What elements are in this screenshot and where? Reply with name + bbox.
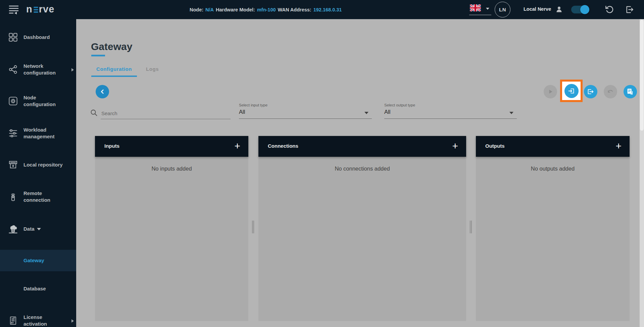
user-name: Local Nerve [524,6,551,12]
user-profile-button[interactable] [555,5,563,15]
session-toggle[interactable] [571,6,589,13]
person-icon [555,5,563,14]
remote-connection-icon [8,192,18,201]
sidebar-item-label: Network configuration [23,63,65,76]
sidebar-item-gateway[interactable]: Gateway [0,250,76,271]
restart-icon [605,5,614,14]
sidebar-item-database[interactable]: Database [0,278,76,299]
panel-connections-header: Connections + [258,136,466,157]
panel-resize-handle[interactable] [252,221,254,233]
language-selector[interactable] [469,3,491,15]
input-type-select[interactable]: Select input type All [239,102,372,119]
search-icon [90,109,98,117]
sidebar-item-local-repository[interactable]: Local repository [0,154,76,176]
panel-connections: Connections + No connections added [258,136,466,321]
sidebar: Dashboard Network configuration N [0,19,76,327]
export-icon [587,88,594,95]
import-icon [568,87,575,95]
sidebar-item-label: Node configuration [23,94,65,108]
undo-button-disabled[interactable] [604,85,617,98]
caret-down-icon [37,228,41,230]
add-input-button[interactable]: + [234,139,240,153]
sidebar-item-label: Workload management [23,127,65,140]
sidebar-item-remote-connection[interactable]: Remote connection [0,186,76,207]
tab-configuration[interactable]: Configuration [96,66,132,72]
output-type-select[interactable]: Select output type All [384,102,517,119]
sidebar-item-node-configuration[interactable]: Node configuration [0,90,76,112]
export-button[interactable] [584,85,597,98]
restart-button[interactable] [605,5,614,15]
page-title: Gateway [91,41,132,52]
approve-deploy-button[interactable] [624,85,637,98]
import-button[interactable] [564,84,579,98]
node-value: N/A [205,7,214,12]
play-icon [547,88,554,95]
chevron-left-icon [99,88,106,95]
sidebar-item-label: Remote connection [23,190,65,203]
app-window: n rve Node: N/A Hardware Model: mfn-100 … [0,0,644,327]
panel-title: Connections [268,143,298,149]
hardware-model-value: mfn-100 [257,7,276,12]
toggle-knob [580,5,589,14]
sidebar-item-label: Dashboard [23,34,65,41]
dashboard-icon [8,33,18,42]
sidebar-item-label: Local repository [23,161,65,168]
search-field [89,107,230,119]
back-button[interactable] [96,85,109,98]
sidebar-item-workload-management[interactable]: Workload management [0,123,76,144]
panel-outputs-header: Outputs + [476,136,630,157]
undo-icon [607,88,614,95]
data-cloud-icon [8,224,18,234]
vertical-scrollbar[interactable] [640,19,644,327]
sidebar-item-dashboard[interactable]: Dashboard [0,27,76,48]
input-type-value: All [239,109,245,115]
sidebar-item-data[interactable]: Data [0,218,76,240]
sidebar-item-label: Data [23,226,35,232]
node-configuration-icon [8,96,18,106]
logo-text-prefix: n [26,4,33,15]
scrollbar-thumb[interactable] [640,20,644,131]
panel-inputs: Inputs + No inputs added [95,136,248,321]
uk-flag-icon [470,4,481,11]
add-output-button[interactable]: + [615,139,622,153]
empty-state-message: No inputs added [95,166,248,172]
sidebar-item-label: Database [23,285,67,292]
logout-icon [625,5,634,14]
wan-address-value: 192.168.0.31 [313,7,342,12]
tab-logs[interactable]: Logs [146,66,159,72]
panel-title: Outputs [485,143,505,149]
panel-resize-handle[interactable] [470,221,472,233]
active-tab-underline [91,76,137,77]
title-underline [91,55,105,56]
caret-down-icon [486,8,489,10]
empty-state-message: No outputs added [476,166,630,172]
sidebar-item-license-activation[interactable]: License activation [0,310,76,327]
license-icon [8,316,18,325]
network-icon [8,65,18,74]
logout-button[interactable] [625,5,634,15]
sidebar-item-network-configuration[interactable]: Network configuration [0,59,76,80]
caret-down-icon [509,112,513,114]
workload-sliders-icon [8,129,18,138]
nerve-logo: n rve [26,4,54,15]
panel-title: Inputs [104,143,119,149]
wan-address-label: WAN Address: [278,7,311,12]
chevron-right-icon [71,319,74,323]
chevron-right-icon [71,68,74,72]
panel-inputs-header: Inputs + [95,136,248,157]
topbar: n rve Node: N/A Hardware Model: mfn-100 … [0,0,644,19]
node-info: Node: N/A Hardware Model: mfn-100 WAN Ad… [190,0,342,19]
sidebar-collapse-button[interactable] [9,5,19,14]
avatar-initials: LN [499,7,506,12]
sidebar-item-label: License activation [23,314,65,327]
avatar: LN [495,2,510,17]
repository-icon [8,160,18,170]
add-connection-button[interactable]: + [452,139,458,153]
panel-outputs: Outputs + No outputs added [476,136,630,321]
approve-deploy-icon [627,88,634,95]
apply-button-disabled[interactable] [544,85,557,98]
output-type-label: Select output type [384,103,415,107]
hamburger-icon [9,5,19,14]
output-type-value: All [384,109,390,115]
search-input[interactable] [101,107,231,119]
